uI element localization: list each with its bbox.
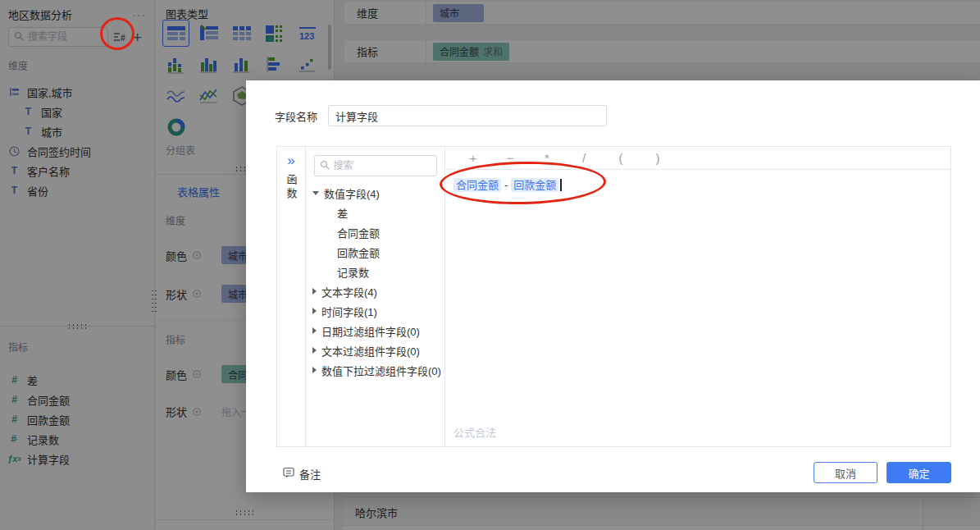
- note-icon: [283, 467, 294, 481]
- tree-field-label: 记录数: [337, 264, 369, 280]
- tree-group-label: 数值字段(4): [324, 185, 380, 201]
- chevron-right-icon: [312, 288, 317, 295]
- chevron-right-icon: [312, 367, 317, 373]
- tree-group-label: 文本过滤组件字段(0): [321, 343, 420, 359]
- chevron-right-icon: [312, 347, 317, 354]
- tree-group-numeric-fields[interactable]: 数值字段(4): [306, 183, 444, 203]
- operator-toolbar: + − * / ( ): [445, 147, 950, 170]
- operator-close-paren[interactable]: ): [650, 151, 666, 165]
- field-name-input[interactable]: [328, 105, 607, 126]
- formula-operator: -: [504, 179, 508, 191]
- operator-minus[interactable]: −: [502, 151, 518, 165]
- chevron-down-icon: [312, 191, 319, 195]
- tree-field-payment-amount[interactable]: 回款金额: [306, 242, 444, 262]
- formula-token-contract-amount[interactable]: 合同金额: [454, 178, 501, 192]
- tree-search-box[interactable]: [314, 155, 437, 176]
- tree-field-label: 合同金额: [337, 225, 380, 240]
- text-cursor: [560, 179, 562, 191]
- tree-group-label: 日期过滤组件字段(0): [321, 323, 420, 339]
- note-toggle[interactable]: 备注: [283, 466, 321, 482]
- tree-group-numeric-dropdown-filter-fields[interactable]: 数值下拉过滤组件字段(0): [306, 360, 444, 380]
- operator-multiply[interactable]: *: [539, 151, 555, 165]
- tree-search-input[interactable]: [334, 160, 399, 171]
- tree-group-text-fields[interactable]: 文本字段(4): [306, 281, 444, 301]
- tree-group-label: 数值下拉过滤组件字段(0): [321, 363, 441, 378]
- tree-field-record-count[interactable]: 记录数: [306, 262, 444, 281]
- tree-group-date-filter-fields[interactable]: 日期过滤组件字段(0): [306, 321, 444, 340]
- tree-field-label: 差: [337, 205, 348, 221]
- field-name-label: 字段名称: [275, 108, 317, 124]
- formula-token-payment-amount[interactable]: 回款金额: [511, 178, 558, 192]
- chevron-right-icon: [312, 327, 317, 334]
- confirm-button[interactable]: 确定: [887, 462, 951, 483]
- note-label: 备注: [299, 466, 321, 482]
- chevron-right-icon: [312, 308, 317, 314]
- tree-field-diff[interactable]: 差: [306, 203, 444, 222]
- formula-editor-panel: » 函数 数值字段(4) 差 合同金额 回款金额 记录数: [276, 146, 951, 447]
- tree-group-text-filter-fields[interactable]: 文本过滤组件字段(0): [306, 340, 444, 360]
- tree-field-label: 回款金额: [337, 244, 380, 260]
- functions-label: 函数: [284, 174, 299, 202]
- cancel-button[interactable]: 取消: [814, 462, 877, 483]
- operator-plus[interactable]: +: [465, 151, 481, 165]
- calculated-field-dialog: 字段名称 » 函数 数值字段(4) 差 合同金额: [246, 80, 980, 492]
- tree-group-time-fields[interactable]: 时间字段(1): [306, 301, 444, 321]
- app-root: 地区数据分析 ··· # + 维度 国家,城市 T 国家: [0, 0, 980, 530]
- operator-divide[interactable]: /: [576, 151, 592, 165]
- formula-area: + − * / ( ) 合同金额-回款金额 公式合法: [445, 147, 950, 446]
- tree-field-contract-amount[interactable]: 合同金额: [306, 222, 444, 242]
- tree-group-label: 时间字段(1): [321, 304, 377, 319]
- tree-group-label: 文本字段(4): [321, 284, 377, 299]
- search-icon: [320, 160, 330, 172]
- functions-collapsed-strip: » 函数: [277, 147, 306, 446]
- expand-functions-icon[interactable]: »: [287, 153, 294, 167]
- field-tree-panel: 数值字段(4) 差 合同金额 回款金额 记录数 文本字段(4) 时间字段(1) …: [306, 147, 445, 446]
- operator-open-paren[interactable]: (: [613, 151, 629, 165]
- formula-input-area[interactable]: 合同金额-回款金额: [445, 170, 950, 446]
- formula-valid-status: 公式合法: [454, 424, 496, 440]
